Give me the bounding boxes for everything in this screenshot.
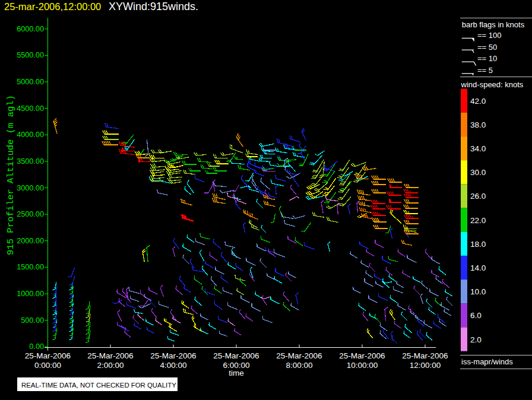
svg-text:4:00:00: 4:00:00 <box>160 361 186 370</box>
svg-text:34.0: 34.0 <box>470 144 486 153</box>
svg-text:1000.00: 1000.00 <box>17 290 44 298</box>
svg-text:25-Mar-2006: 25-Mar-2006 <box>150 351 196 360</box>
svg-text:2.0: 2.0 <box>470 335 482 344</box>
svg-text:25-Mar-2006: 25-Mar-2006 <box>402 351 448 360</box>
svg-text:25-Mar-2006: 25-Mar-2006 <box>87 351 133 360</box>
svg-text:18.0: 18.0 <box>470 240 486 249</box>
svg-text:25-Mar-2006: 25-Mar-2006 <box>339 351 385 360</box>
svg-text:22.0: 22.0 <box>470 216 486 225</box>
svg-text:25-mar-2006,12:00:00: 25-mar-2006,12:00:00 <box>4 1 101 12</box>
svg-text:4000.00: 4000.00 <box>17 131 44 139</box>
svg-text:iss-mapr/winds: iss-mapr/winds <box>461 357 513 366</box>
svg-text:REAL-TIME DATA, NOT CHECKED FO: REAL-TIME DATA, NOT CHECKED FOR QUALITY <box>21 382 176 389</box>
svg-text:14.0: 14.0 <box>470 264 486 272</box>
svg-text:10:00:00: 10:00:00 <box>347 361 378 370</box>
svg-text:25-Mar-2006: 25-Mar-2006 <box>25 351 71 360</box>
svg-text:5000.00: 5000.00 <box>17 78 44 86</box>
svg-text:42.0: 42.0 <box>470 97 486 106</box>
svg-text:4500.00: 4500.00 <box>17 104 44 113</box>
svg-text:26.0: 26.0 <box>470 192 486 201</box>
svg-text:== 50: == 50 <box>477 43 497 52</box>
svg-text:3500.00: 3500.00 <box>17 157 44 166</box>
svg-text:915 Profiler Altitude (m agl): 915 Profiler Altitude (m agl) <box>5 95 16 255</box>
svg-text:== 10: == 10 <box>477 54 497 63</box>
svg-text:38.0: 38.0 <box>470 120 486 129</box>
svg-text:6.0: 6.0 <box>470 311 482 320</box>
svg-text:12:00:00: 12:00:00 <box>410 361 441 370</box>
svg-text:5500.00: 5500.00 <box>17 51 44 59</box>
svg-text:1500.00: 1500.00 <box>17 263 44 271</box>
svg-text:2500.00: 2500.00 <box>17 210 44 218</box>
svg-text:3000.00: 3000.00 <box>17 184 44 192</box>
svg-text:barb flags in knots: barb flags in knots <box>462 20 525 29</box>
svg-text:30.0: 30.0 <box>470 168 486 177</box>
svg-text:0.00: 0.00 <box>29 342 44 351</box>
svg-text:8:00:00: 8:00:00 <box>286 361 312 370</box>
svg-text:wind-speed: knots: wind-speed: knots <box>461 80 524 89</box>
svg-text:6000.00: 6000.00 <box>17 25 44 33</box>
svg-text:== 100: == 100 <box>477 31 502 40</box>
svg-text:2000.00: 2000.00 <box>17 237 44 245</box>
svg-text:500.00: 500.00 <box>21 316 44 325</box>
svg-text:0:00:00: 0:00:00 <box>34 361 61 370</box>
svg-text:XYWind:915winds.: XYWind:915winds. <box>109 1 198 12</box>
svg-text:== 5: == 5 <box>477 66 493 75</box>
svg-text:25-Mar-2006: 25-Mar-2006 <box>276 351 322 360</box>
svg-text:25-Mar-2006: 25-Mar-2006 <box>213 351 259 360</box>
svg-text:10.0: 10.0 <box>470 287 486 296</box>
svg-text:2:00:00: 2:00:00 <box>97 361 124 370</box>
svg-text:time: time <box>229 369 244 377</box>
